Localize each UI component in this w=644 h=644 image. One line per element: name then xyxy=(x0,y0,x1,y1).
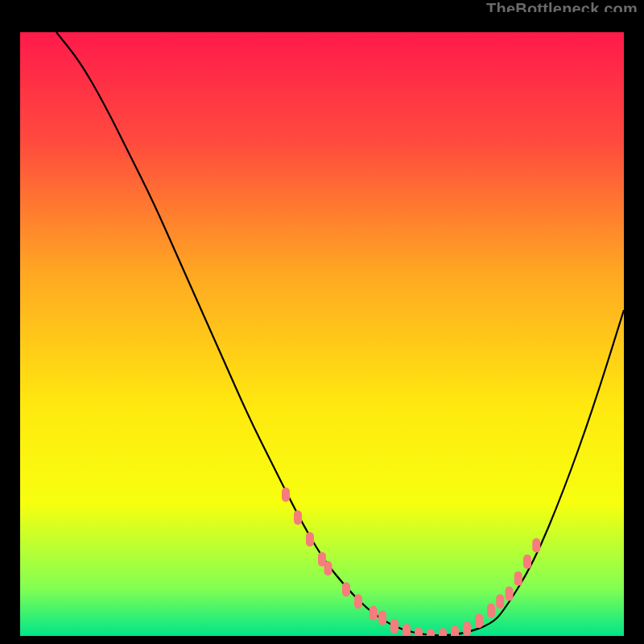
marker-point xyxy=(523,555,531,569)
marker-point xyxy=(451,625,459,636)
marker-point xyxy=(294,510,302,525)
marker-point xyxy=(514,572,522,586)
marker-point xyxy=(282,488,290,502)
chart-svg xyxy=(20,32,624,636)
marker-point xyxy=(324,561,332,576)
marker-point xyxy=(439,628,447,636)
marker-point xyxy=(463,621,471,636)
marker-point xyxy=(342,582,350,597)
marker-point xyxy=(378,611,386,625)
marker-point xyxy=(506,587,514,601)
chart-frame xyxy=(0,12,644,644)
chart-plot-area xyxy=(20,32,624,636)
marker-point xyxy=(402,624,411,636)
marker-point xyxy=(487,604,495,618)
marker-point xyxy=(475,613,483,628)
marker-point xyxy=(532,539,540,553)
marker-point xyxy=(415,628,423,637)
marker-point xyxy=(306,532,314,547)
marker-point xyxy=(496,594,504,609)
marker-point xyxy=(369,606,378,621)
marker-point xyxy=(390,619,398,634)
marker-point xyxy=(354,594,362,609)
